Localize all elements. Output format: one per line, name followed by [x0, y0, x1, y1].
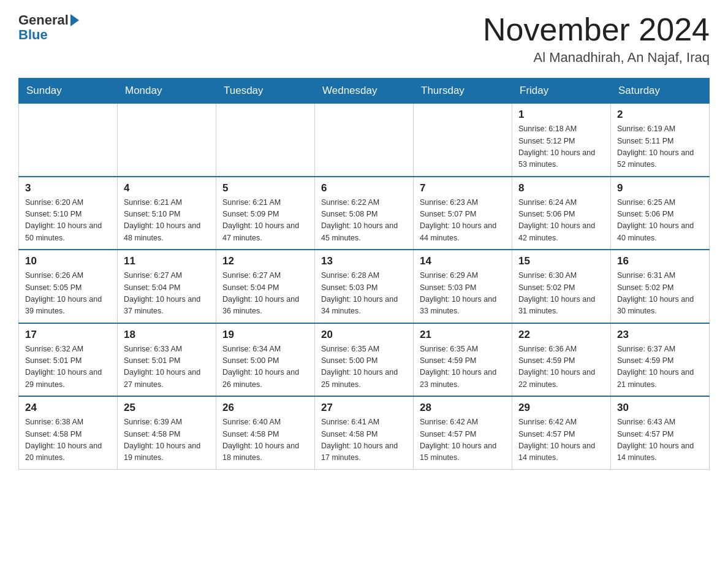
day-number: 12: [222, 255, 308, 267]
day-number: 19: [222, 329, 308, 341]
week-row-4: 17Sunrise: 6:32 AMSunset: 5:01 PMDayligh…: [19, 323, 710, 397]
day-number: 1: [518, 109, 604, 121]
calendar-cell: 23Sunrise: 6:37 AMSunset: 4:59 PMDayligh…: [611, 323, 710, 397]
calendar-cell: 1Sunrise: 6:18 AMSunset: 5:12 PMDaylight…: [512, 104, 611, 177]
calendar-table: SundayMondayTuesdayWednesdayThursdayFrid…: [18, 78, 710, 470]
calendar-cell: 17Sunrise: 6:32 AMSunset: 5:01 PMDayligh…: [19, 323, 118, 397]
calendar-cell: 14Sunrise: 6:29 AMSunset: 5:03 PMDayligh…: [414, 250, 512, 323]
logo: General Blue: [18, 12, 79, 42]
day-info: Sunrise: 6:42 AMSunset: 4:57 PMDaylight:…: [518, 416, 604, 464]
calendar-cell: 20Sunrise: 6:35 AMSunset: 5:00 PMDayligh…: [315, 323, 414, 397]
calendar-cell: [19, 104, 118, 177]
day-info: Sunrise: 6:35 AMSunset: 4:59 PMDaylight:…: [420, 343, 506, 391]
calendar-cell: 26Sunrise: 6:40 AMSunset: 4:58 PMDayligh…: [216, 396, 315, 469]
week-row-5: 24Sunrise: 6:38 AMSunset: 4:58 PMDayligh…: [19, 396, 710, 469]
day-number: 29: [518, 402, 604, 414]
day-info: Sunrise: 6:21 AMSunset: 5:10 PMDaylight:…: [124, 197, 210, 245]
day-number: 7: [420, 182, 506, 194]
calendar-month-year: November 2024: [483, 12, 710, 47]
calendar-location: Al Manadhirah, An Najaf, Iraq: [483, 50, 710, 66]
calendar-cell: [414, 104, 512, 177]
day-number: 2: [617, 109, 703, 121]
header-wednesday: Wednesday: [315, 79, 414, 104]
calendar-cell: 7Sunrise: 6:23 AMSunset: 5:07 PMDaylight…: [414, 177, 512, 250]
day-number: 18: [124, 329, 210, 341]
calendar-header-row: SundayMondayTuesdayWednesdayThursdayFrid…: [19, 79, 710, 104]
logo-triangle-icon: [70, 14, 79, 26]
day-number: 27: [321, 402, 407, 414]
day-number: 30: [617, 402, 703, 414]
day-info: Sunrise: 6:23 AMSunset: 5:07 PMDaylight:…: [420, 197, 506, 245]
day-info: Sunrise: 6:40 AMSunset: 4:58 PMDaylight:…: [222, 416, 308, 464]
calendar-cell: 24Sunrise: 6:38 AMSunset: 4:58 PMDayligh…: [19, 396, 118, 469]
day-info: Sunrise: 6:28 AMSunset: 5:03 PMDaylight:…: [321, 270, 407, 318]
day-info: Sunrise: 6:32 AMSunset: 5:01 PMDaylight:…: [25, 343, 111, 391]
calendar-cell: [315, 104, 414, 177]
header-friday: Friday: [512, 79, 611, 104]
calendar-cell: 9Sunrise: 6:25 AMSunset: 5:06 PMDaylight…: [611, 177, 710, 250]
header-tuesday: Tuesday: [216, 79, 315, 104]
calendar-cell: 19Sunrise: 6:34 AMSunset: 5:00 PMDayligh…: [216, 323, 315, 397]
day-info: Sunrise: 6:24 AMSunset: 5:06 PMDaylight:…: [518, 197, 604, 245]
header-saturday: Saturday: [611, 79, 710, 104]
week-row-3: 10Sunrise: 6:26 AMSunset: 5:05 PMDayligh…: [19, 250, 710, 323]
day-number: 5: [222, 182, 308, 194]
calendar-cell: 10Sunrise: 6:26 AMSunset: 5:05 PMDayligh…: [19, 250, 118, 323]
day-info: Sunrise: 6:38 AMSunset: 4:58 PMDaylight:…: [25, 416, 111, 464]
calendar-cell: 27Sunrise: 6:41 AMSunset: 4:58 PMDayligh…: [315, 396, 414, 469]
day-info: Sunrise: 6:21 AMSunset: 5:09 PMDaylight:…: [222, 197, 308, 245]
day-number: 22: [518, 329, 604, 341]
day-number: 8: [518, 182, 604, 194]
day-number: 23: [617, 329, 703, 341]
calendar-cell: 28Sunrise: 6:42 AMSunset: 4:57 PMDayligh…: [414, 396, 512, 469]
day-number: 26: [222, 402, 308, 414]
day-info: Sunrise: 6:42 AMSunset: 4:57 PMDaylight:…: [420, 416, 506, 464]
header-thursday: Thursday: [414, 79, 512, 104]
header-sunday: Sunday: [19, 79, 118, 104]
day-number: 24: [25, 402, 111, 414]
day-info: Sunrise: 6:20 AMSunset: 5:10 PMDaylight:…: [25, 197, 111, 245]
day-info: Sunrise: 6:27 AMSunset: 5:04 PMDaylight:…: [124, 270, 210, 318]
calendar-cell: [216, 104, 315, 177]
day-number: 15: [518, 255, 604, 267]
calendar-cell: 21Sunrise: 6:35 AMSunset: 4:59 PMDayligh…: [414, 323, 512, 397]
calendar-cell: 2Sunrise: 6:19 AMSunset: 5:11 PMDaylight…: [611, 104, 710, 177]
day-number: 6: [321, 182, 407, 194]
day-number: 10: [25, 255, 111, 267]
day-info: Sunrise: 6:35 AMSunset: 5:00 PMDaylight:…: [321, 343, 407, 391]
day-info: Sunrise: 6:39 AMSunset: 4:58 PMDaylight:…: [124, 416, 210, 464]
day-info: Sunrise: 6:27 AMSunset: 5:04 PMDaylight:…: [222, 270, 308, 318]
day-info: Sunrise: 6:43 AMSunset: 4:57 PMDaylight:…: [617, 416, 703, 464]
day-info: Sunrise: 6:41 AMSunset: 4:58 PMDaylight:…: [321, 416, 407, 464]
calendar-cell: 22Sunrise: 6:36 AMSunset: 4:59 PMDayligh…: [512, 323, 611, 397]
day-info: Sunrise: 6:34 AMSunset: 5:00 PMDaylight:…: [222, 343, 308, 391]
calendar-cell: 15Sunrise: 6:30 AMSunset: 5:02 PMDayligh…: [512, 250, 611, 323]
day-number: 21: [420, 329, 506, 341]
day-info: Sunrise: 6:29 AMSunset: 5:03 PMDaylight:…: [420, 270, 506, 318]
day-number: 16: [617, 255, 703, 267]
calendar-cell: 11Sunrise: 6:27 AMSunset: 5:04 PMDayligh…: [118, 250, 216, 323]
day-number: 28: [420, 402, 506, 414]
day-number: 20: [321, 329, 407, 341]
calendar-cell: [118, 104, 216, 177]
day-info: Sunrise: 6:31 AMSunset: 5:02 PMDaylight:…: [617, 270, 703, 318]
calendar-cell: 13Sunrise: 6:28 AMSunset: 5:03 PMDayligh…: [315, 250, 414, 323]
day-number: 13: [321, 255, 407, 267]
day-number: 14: [420, 255, 506, 267]
day-number: 9: [617, 182, 703, 194]
calendar-cell: 16Sunrise: 6:31 AMSunset: 5:02 PMDayligh…: [611, 250, 710, 323]
day-number: 4: [124, 182, 210, 194]
week-row-2: 3Sunrise: 6:20 AMSunset: 5:10 PMDaylight…: [19, 177, 710, 250]
calendar-cell: 12Sunrise: 6:27 AMSunset: 5:04 PMDayligh…: [216, 250, 315, 323]
day-number: 11: [124, 255, 210, 267]
calendar-cell: 4Sunrise: 6:21 AMSunset: 5:10 PMDaylight…: [118, 177, 216, 250]
calendar-cell: 8Sunrise: 6:24 AMSunset: 5:06 PMDaylight…: [512, 177, 611, 250]
day-info: Sunrise: 6:36 AMSunset: 4:59 PMDaylight:…: [518, 343, 604, 391]
week-row-1: 1Sunrise: 6:18 AMSunset: 5:12 PMDaylight…: [19, 104, 710, 177]
day-info: Sunrise: 6:25 AMSunset: 5:06 PMDaylight:…: [617, 197, 703, 245]
day-info: Sunrise: 6:19 AMSunset: 5:11 PMDaylight:…: [617, 123, 703, 171]
calendar-cell: 18Sunrise: 6:33 AMSunset: 5:01 PMDayligh…: [118, 323, 216, 397]
calendar-cell: 25Sunrise: 6:39 AMSunset: 4:58 PMDayligh…: [118, 396, 216, 469]
day-info: Sunrise: 6:18 AMSunset: 5:12 PMDaylight:…: [518, 123, 604, 171]
day-number: 25: [124, 402, 210, 414]
